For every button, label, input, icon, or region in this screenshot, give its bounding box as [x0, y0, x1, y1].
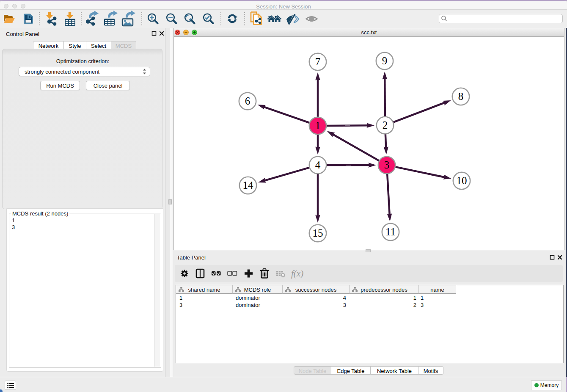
svg-text:7: 7 — [315, 56, 321, 67]
svg-text:9: 9 — [382, 55, 388, 66]
svg-text:3: 3 — [384, 159, 390, 171]
svg-text:6: 6 — [245, 95, 250, 107]
svg-text:11: 11 — [385, 226, 396, 237]
svg-text:8: 8 — [458, 91, 464, 102]
svg-text:1: 1 — [315, 120, 321, 131]
svg-text:f(x): f(x) — [291, 268, 303, 279]
svg-text:4: 4 — [315, 159, 321, 171]
svg-text:15: 15 — [313, 227, 323, 239]
svg-text:14: 14 — [243, 179, 254, 191]
svg-text:2: 2 — [383, 119, 388, 131]
svg-text:10: 10 — [457, 175, 467, 186]
